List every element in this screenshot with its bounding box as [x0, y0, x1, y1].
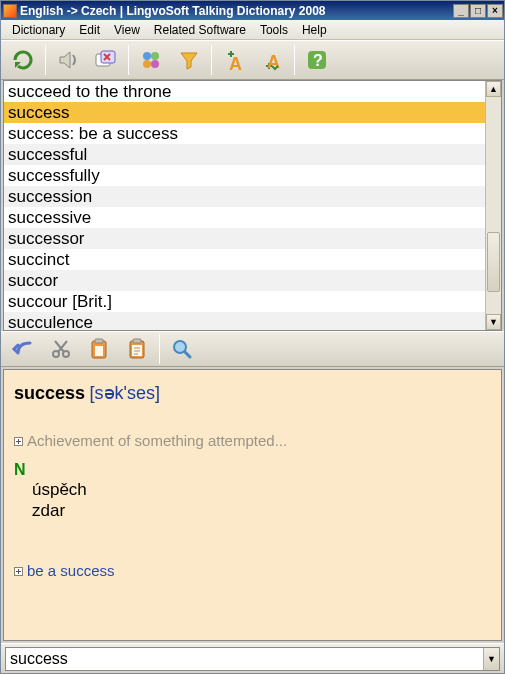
speaker-icon [56, 48, 80, 72]
svg-point-2 [143, 52, 151, 60]
scissors-icon [49, 337, 73, 361]
word-row[interactable]: successor [4, 228, 485, 249]
menu-tools[interactable]: Tools [253, 21, 295, 39]
categories-button[interactable] [133, 43, 169, 77]
definition-toolbar [1, 331, 504, 367]
help-button[interactable]: ? [299, 43, 335, 77]
word-row[interactable]: succulence [4, 312, 485, 330]
menu-related-software[interactable]: Related Software [147, 21, 253, 39]
xref-text: be a success [27, 562, 115, 579]
menu-bar: Dictionary Edit View Related Software To… [1, 20, 504, 40]
word-row[interactable]: succour [Brit.] [4, 291, 485, 312]
refresh-button[interactable] [5, 43, 41, 77]
flashcards-button[interactable] [88, 43, 124, 77]
search-combo: ▼ [5, 647, 500, 671]
copy-button[interactable] [81, 332, 117, 366]
search-button[interactable] [164, 332, 200, 366]
minimize-button[interactable]: _ [453, 4, 469, 18]
svg-text:A: A [229, 54, 242, 72]
search-input[interactable] [6, 648, 483, 670]
headword-line: success [sək'ses] [14, 382, 491, 404]
word-row[interactable]: successive [4, 207, 485, 228]
search-bar: ▼ [1, 643, 504, 673]
svg-point-3 [151, 52, 159, 60]
headword: success [14, 383, 85, 403]
back-button[interactable] [5, 332, 41, 366]
toolbar-separator [45, 45, 46, 75]
sense-line[interactable]: Achievement of something attempted... [14, 432, 491, 449]
magnifier-icon [170, 337, 194, 361]
filter-button[interactable] [171, 43, 207, 77]
flashcards-icon [93, 48, 119, 72]
word-row[interactable]: success: be a success [4, 123, 485, 144]
menu-help[interactable]: Help [295, 21, 334, 39]
word-row[interactable]: successfully [4, 165, 485, 186]
funnel-icon [177, 48, 201, 72]
font-decrease-button[interactable]: A [254, 43, 290, 77]
translation: úspěch [32, 479, 491, 500]
window-controls: _ □ × [452, 4, 503, 18]
font-increase-icon: A [221, 48, 247, 72]
clipboard-icon [87, 337, 111, 361]
wordlist-scrollbar[interactable]: ▲ ▼ [485, 81, 501, 330]
word-row[interactable]: succeed to the throne [4, 81, 485, 102]
svg-rect-14 [95, 346, 103, 356]
paste-icon [125, 337, 149, 361]
cut-button[interactable] [43, 332, 79, 366]
toolbar-separator [159, 334, 160, 364]
window-title: English -> Czech | LingvoSoft Talking Di… [20, 4, 452, 18]
speak-button[interactable] [50, 43, 86, 77]
definition-panel: success [sək'ses] Achievement of somethi… [3, 369, 502, 641]
cross-reference[interactable]: be a success [14, 562, 491, 579]
title-bar: English -> Czech | LingvoSoft Talking Di… [1, 1, 504, 20]
svg-point-4 [143, 60, 151, 68]
svg-text:?: ? [313, 52, 323, 69]
refresh-icon [11, 48, 35, 72]
word-row[interactable]: successful [4, 144, 485, 165]
pronunciation: [sək'ses] [90, 383, 160, 403]
expand-xref-icon[interactable] [14, 567, 23, 576]
menu-view[interactable]: View [107, 21, 147, 39]
help-icon: ? [305, 48, 329, 72]
menu-edit[interactable]: Edit [72, 21, 107, 39]
translation: zdar [32, 500, 491, 521]
expand-sense-icon[interactable] [14, 437, 23, 446]
categories-icon [139, 48, 163, 72]
main-toolbar: A A ? [1, 40, 504, 80]
scroll-track[interactable] [486, 97, 501, 314]
svg-text:A: A [267, 52, 280, 72]
font-decrease-icon: A [259, 48, 285, 72]
paste-button[interactable] [119, 332, 155, 366]
menu-dictionary[interactable]: Dictionary [5, 21, 72, 39]
scroll-thumb[interactable] [487, 232, 500, 292]
svg-point-5 [151, 60, 159, 68]
toolbar-separator [294, 45, 295, 75]
svg-rect-13 [95, 339, 103, 343]
search-dropdown-button[interactable]: ▼ [483, 648, 499, 670]
wordlist-container: succeed to the thronesuccesssuccess: be … [1, 80, 504, 331]
word-row[interactable]: succinct [4, 249, 485, 270]
word-row[interactable]: success [4, 102, 485, 123]
toolbar-separator [211, 45, 212, 75]
scroll-down-button[interactable]: ▼ [486, 314, 501, 330]
sense-text: Achievement of something attempted... [27, 432, 287, 449]
word-row[interactable]: succession [4, 186, 485, 207]
maximize-button[interactable]: □ [470, 4, 486, 18]
word-row[interactable]: succor [4, 270, 485, 291]
part-of-speech: N [14, 461, 491, 479]
app-window: English -> Czech | LingvoSoft Talking Di… [0, 0, 505, 674]
app-icon [3, 4, 17, 18]
font-increase-button[interactable]: A [216, 43, 252, 77]
toolbar-separator [128, 45, 129, 75]
wordlist[interactable]: succeed to the thronesuccesssuccess: be … [3, 80, 502, 331]
close-button[interactable]: × [487, 4, 503, 18]
svg-rect-16 [133, 339, 141, 343]
back-arrow-icon [10, 337, 36, 361]
scroll-up-button[interactable]: ▲ [486, 81, 501, 97]
